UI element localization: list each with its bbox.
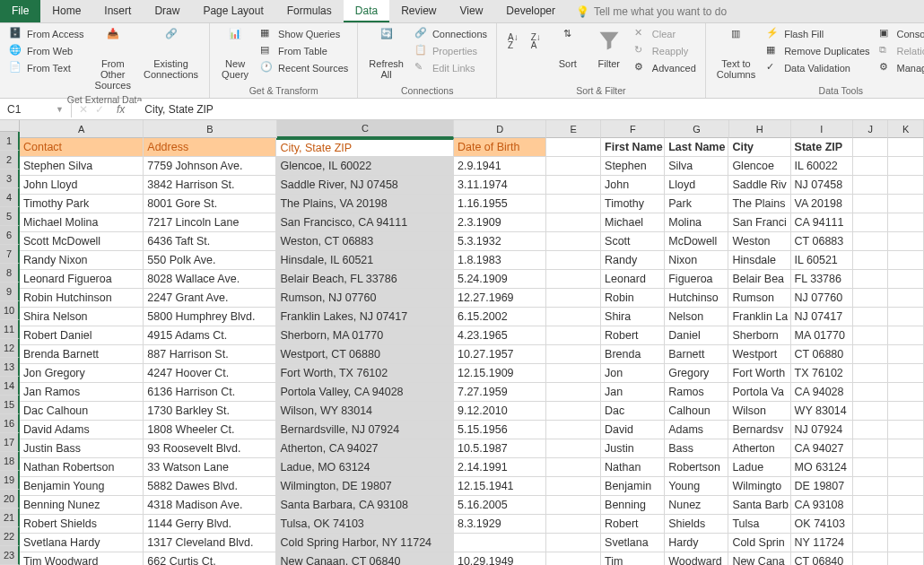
cell-K19[interactable] [888, 477, 924, 496]
cell-K13[interactable] [888, 364, 924, 383]
row-header-20[interactable]: 20 [0, 490, 20, 508]
cell-J13[interactable] [853, 364, 889, 383]
row-header-15[interactable]: 15 [0, 396, 20, 414]
cell-G6[interactable]: McDowell [665, 232, 728, 251]
cell-G18[interactable]: Robertson [665, 458, 728, 477]
cell-A9[interactable]: Robin Hutchinson [20, 289, 144, 308]
cell-K17[interactable] [888, 439, 924, 458]
cell-J10[interactable] [853, 308, 889, 326]
cell-G23[interactable]: Woodward [665, 552, 728, 565]
cell-C9[interactable]: Rumson, NJ 07760 [276, 289, 454, 308]
cell-B12[interactable]: 887 Harrison St. [144, 345, 276, 364]
cell-K1[interactable] [888, 138, 924, 157]
cell-D11[interactable]: 4.23.1965 [454, 326, 546, 345]
cell-B9[interactable]: 2247 Grant Ave. [144, 289, 276, 308]
cell-F1[interactable]: First Name [601, 138, 665, 157]
cell-H19[interactable]: Wilmingto [728, 477, 790, 496]
cell-C19[interactable]: Wilmington, DE 19807 [276, 477, 454, 496]
cell-B14[interactable]: 6136 Harrison Ct. [144, 383, 276, 402]
cell-J7[interactable] [853, 251, 889, 270]
cell-D9[interactable]: 12.27.1969 [454, 289, 546, 308]
cell-A3[interactable]: John Lloyd [20, 176, 144, 195]
cell-H21[interactable]: Tulsa [728, 515, 790, 534]
cell-G1[interactable]: Last Name [665, 138, 728, 157]
cell-K14[interactable] [888, 383, 924, 402]
cell-H16[interactable]: Bernardsv [728, 421, 790, 439]
cell-F18[interactable]: Nathan [601, 458, 665, 477]
tab-file[interactable]: File [0, 0, 40, 22]
reapply-button[interactable]: ↻Reapply [632, 43, 698, 59]
tab-page-layout[interactable]: Page Layout [191, 0, 275, 22]
cell-K21[interactable] [888, 515, 924, 534]
row-header-9[interactable]: 9 [0, 282, 20, 301]
new-query-button[interactable]: 📊New Query [217, 26, 253, 82]
cell-J3[interactable] [853, 176, 889, 195]
cell-I21[interactable]: OK 74103 [791, 515, 853, 534]
cell-E10[interactable] [546, 308, 601, 326]
cell-J16[interactable] [853, 421, 889, 439]
cell-G7[interactable]: Nixon [665, 251, 728, 270]
cell-I19[interactable]: DE 19807 [791, 477, 853, 496]
cell-H5[interactable]: San Franci [728, 213, 790, 232]
cell-C20[interactable]: Santa Barbara, CA 93108 [276, 496, 454, 515]
cell-E17[interactable] [546, 439, 601, 458]
cell-C10[interactable]: Franklin Lakes, NJ 07417 [276, 308, 454, 326]
cell-C22[interactable]: Cold Spring Harbor, NY 11724 [276, 534, 454, 552]
cell-D10[interactable]: 6.15.2002 [454, 308, 546, 326]
cell-G12[interactable]: Barnett [665, 345, 728, 364]
column-header-K[interactable]: K [888, 120, 924, 138]
cell-D6[interactable]: 5.3.1932 [454, 232, 546, 251]
cell-J8[interactable] [853, 270, 889, 289]
cell-F17[interactable]: Justin [601, 439, 665, 458]
cell-K22[interactable] [888, 534, 924, 552]
cell-K2[interactable] [888, 157, 924, 176]
column-header-C[interactable]: C [277, 120, 455, 138]
name-box[interactable]: C1▼ [0, 101, 72, 117]
cell-I16[interactable]: NJ 07924 [791, 421, 853, 439]
cell-A1[interactable]: Contact [20, 138, 144, 157]
cell-F11[interactable]: Robert [601, 326, 665, 345]
cell-J23[interactable] [853, 552, 889, 565]
cell-F15[interactable]: Dac [601, 402, 665, 421]
cell-A15[interactable]: Dac Calhoun [20, 402, 144, 421]
cell-F16[interactable]: David [601, 421, 665, 439]
cell-D19[interactable]: 12.15.1941 [454, 477, 546, 496]
cell-E16[interactable] [546, 421, 601, 439]
from-other-sources-button[interactable]: 📥From Other Sources [92, 26, 135, 92]
from-text-button[interactable]: 📄From Text [7, 60, 86, 76]
cell-K7[interactable] [888, 251, 924, 270]
cell-D3[interactable]: 3.11.1974 [454, 176, 546, 195]
cell-A2[interactable]: Stephen Silva [20, 157, 144, 176]
cell-H22[interactable]: Cold Sprin [728, 534, 790, 552]
cell-B15[interactable]: 1730 Barkley St. [144, 402, 276, 421]
cell-J17[interactable] [853, 439, 889, 458]
sort-az-button[interactable]: A↓Z [504, 26, 522, 51]
cell-I3[interactable]: NJ 07458 [791, 176, 853, 195]
cell-H12[interactable]: Westport [728, 345, 790, 364]
cell-C4[interactable]: The Plains, VA 20198 [276, 195, 454, 213]
cell-A17[interactable]: Justin Bass [20, 439, 144, 458]
cell-I17[interactable]: CA 94027 [791, 439, 853, 458]
cell-K6[interactable] [888, 232, 924, 251]
row-header-22[interactable]: 22 [0, 527, 20, 546]
column-header-B[interactable]: B [144, 120, 276, 138]
existing-connections-button[interactable]: 🔗Existing Connections [140, 26, 202, 82]
filter-button[interactable]: Filter [591, 26, 627, 71]
cell-F6[interactable]: Scott [601, 232, 665, 251]
column-header-G[interactable]: G [665, 120, 728, 138]
cell-F4[interactable]: Timothy [601, 195, 665, 213]
cell-D17[interactable]: 10.5.1987 [454, 439, 546, 458]
cell-D21[interactable]: 8.3.1929 [454, 515, 546, 534]
cell-I5[interactable]: CA 94111 [791, 213, 853, 232]
cell-B16[interactable]: 1808 Wheeler Ct. [144, 421, 276, 439]
cell-I12[interactable]: CT 06880 [791, 345, 853, 364]
cell-F20[interactable]: Benning [601, 496, 665, 515]
cell-A20[interactable]: Benning Nunez [20, 496, 144, 515]
column-header-A[interactable]: A [20, 120, 144, 138]
tab-home[interactable]: Home [40, 0, 92, 22]
row-header-6[interactable]: 6 [0, 226, 20, 245]
cell-H17[interactable]: Atherton [728, 439, 790, 458]
cell-G16[interactable]: Adams [665, 421, 728, 439]
cell-D23[interactable]: 10.29.1949 [454, 552, 546, 565]
cell-H2[interactable]: Glencoe [728, 157, 790, 176]
